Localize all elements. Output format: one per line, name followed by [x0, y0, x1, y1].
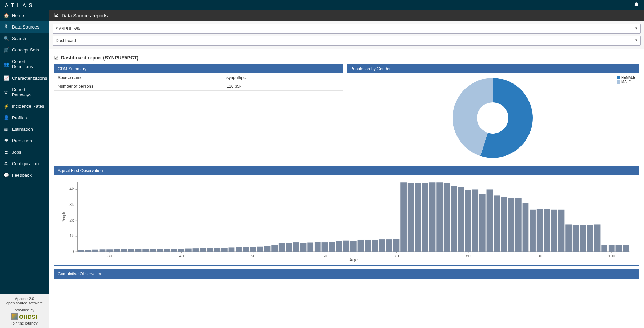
sidebar-item-prediction[interactable]: ❤Prediction [0, 135, 49, 146]
cdm-row: Source namesynpuf5pct [54, 73, 343, 82]
svg-rect-74 [408, 183, 414, 252]
sidebar-item-label: Concept Sets [12, 47, 39, 53]
svg-text:40: 40 [179, 254, 184, 258]
svg-rect-64 [336, 241, 342, 252]
notifications-icon[interactable] [634, 2, 639, 8]
svg-rect-43 [185, 249, 192, 252]
svg-rect-39 [157, 249, 163, 252]
brand-logo: ATLAS [5, 2, 35, 8]
sidebar-item-cohort-definitions[interactable]: 👥Cohort Definitions [0, 56, 49, 72]
svg-rect-49 [229, 247, 235, 252]
content-area: Data Sources reports SYNPUF 5% Dashboard… [49, 10, 644, 328]
sidebar-footer: Apache 2.0 open source software provided… [0, 294, 49, 328]
svg-rect-86 [494, 195, 500, 252]
svg-rect-89 [515, 198, 522, 252]
cumulative-panel: Cumulative Observation [54, 269, 639, 281]
report-select[interactable]: Dashboard [53, 36, 641, 46]
svg-rect-52 [250, 247, 256, 252]
sidebar-item-characterizations[interactable]: 📈Characterizations [0, 72, 49, 84]
report-title: Dashboard report (SYNPUF5PCT) [54, 55, 639, 61]
legend-label: FEMALE [621, 75, 635, 79]
svg-rect-46 [207, 248, 213, 252]
content-header: Data Sources reports [49, 10, 644, 21]
svg-text:70: 70 [394, 254, 399, 258]
nav-icon: 👥 [3, 62, 8, 67]
svg-rect-50 [236, 247, 242, 252]
sidebar-item-configuration[interactable]: ⚙Configuration [0, 158, 49, 169]
svg-rect-80 [451, 186, 457, 252]
tagline-link[interactable]: join the journey [11, 321, 38, 325]
svg-rect-68 [365, 240, 371, 252]
sidebar-item-label: Estimation [12, 127, 33, 132]
sidebar-item-jobs[interactable]: ≣Jobs [0, 146, 49, 158]
gender-panel-title: Population by Gender [347, 64, 639, 73]
cumulative-panel-title: Cumulative Observation [54, 270, 639, 279]
sidebar-item-label: Configuration [12, 161, 39, 166]
cdm-value: synpuf5pct [226, 75, 339, 80]
svg-rect-62 [322, 242, 328, 252]
sidebar-item-label: Cohort Definitions [12, 59, 46, 69]
svg-rect-99 [587, 225, 593, 252]
svg-rect-87 [501, 197, 507, 252]
svg-rect-57 [286, 243, 292, 252]
svg-rect-66 [350, 241, 357, 252]
legend-swatch [617, 76, 620, 79]
svg-rect-58 [293, 242, 299, 252]
ohdsi-mark-icon [11, 313, 18, 320]
sidebar-item-search[interactable]: 🔍Search [0, 33, 49, 44]
cdm-key: Source name [58, 75, 226, 80]
svg-rect-92 [537, 209, 543, 252]
svg-rect-55 [271, 245, 278, 252]
source-select[interactable]: SYNPUF 5% [53, 24, 641, 34]
top-bar: ATLAS [0, 0, 644, 10]
svg-text:60: 60 [323, 254, 327, 258]
sidebar-item-cohort-pathways[interactable]: ⚙Cohort Pathways [0, 84, 49, 101]
cdm-key: Number of persons [58, 84, 226, 89]
svg-rect-44 [193, 248, 199, 252]
sidebar: 🏠Home🗄Data Sources🔍Search🛒Concept Sets👥C… [0, 10, 49, 328]
svg-rect-28 [78, 250, 84, 252]
svg-rect-100 [594, 224, 601, 252]
selectors-row: SYNPUF 5% Dashboard [49, 21, 644, 49]
chart-area-icon [54, 55, 59, 60]
nav-icon: ⚙ [3, 161, 8, 166]
svg-rect-38 [150, 249, 156, 252]
svg-rect-71 [386, 239, 392, 252]
svg-rect-54 [264, 246, 271, 252]
legend-label: MALE [621, 80, 631, 84]
legend-item: FEMALE [617, 75, 635, 79]
nav-icon: ⚙ [3, 90, 8, 95]
nav-icon: ⚖ [3, 127, 8, 132]
sidebar-item-label: Home [12, 13, 24, 18]
svg-rect-73 [400, 182, 407, 252]
svg-rect-63 [329, 242, 335, 252]
svg-text:People: People [61, 211, 66, 223]
sidebar-item-incidence-rates[interactable]: ⚡Incidence Rates [0, 101, 49, 112]
sidebar-item-concept-sets[interactable]: 🛒Concept Sets [0, 44, 49, 56]
svg-rect-56 [279, 243, 285, 252]
svg-rect-84 [479, 194, 486, 252]
sidebar-item-feedback[interactable]: 💬Feedback [0, 169, 49, 181]
ohdsi-logo[interactable]: OHDSI [1, 313, 48, 320]
svg-rect-70 [379, 239, 385, 252]
nav-icon: ❤ [3, 138, 8, 143]
nav-icon: 👤 [3, 115, 8, 120]
svg-rect-101 [601, 245, 607, 252]
age-panel: Age at First Observation 01k2k3k4k304050… [54, 166, 639, 266]
sidebar-item-label: Feedback [12, 173, 32, 178]
svg-rect-30 [92, 250, 98, 252]
sidebar-item-data-sources[interactable]: 🗄Data Sources [0, 21, 49, 33]
cdm-summary-panel: CDM Summary Source namesynpuf5pctNumber … [54, 64, 343, 162]
svg-rect-95 [558, 210, 565, 252]
nav-icon: 🏠 [3, 13, 8, 18]
sidebar-item-estimation[interactable]: ⚖Estimation [0, 123, 49, 135]
svg-text:0: 0 [72, 250, 74, 254]
sidebar-item-profiles[interactable]: 👤Profiles [0, 112, 49, 123]
svg-rect-103 [616, 245, 622, 252]
svg-text:50: 50 [251, 254, 256, 258]
sidebar-item-home[interactable]: 🏠Home [0, 10, 49, 21]
svg-rect-97 [573, 225, 579, 252]
age-chart: 01k2k3k4k30405060708090100PeopleAge [54, 175, 639, 265]
license-link[interactable]: Apache 2.0 [15, 297, 34, 301]
nav-icon: 🛒 [3, 47, 8, 53]
